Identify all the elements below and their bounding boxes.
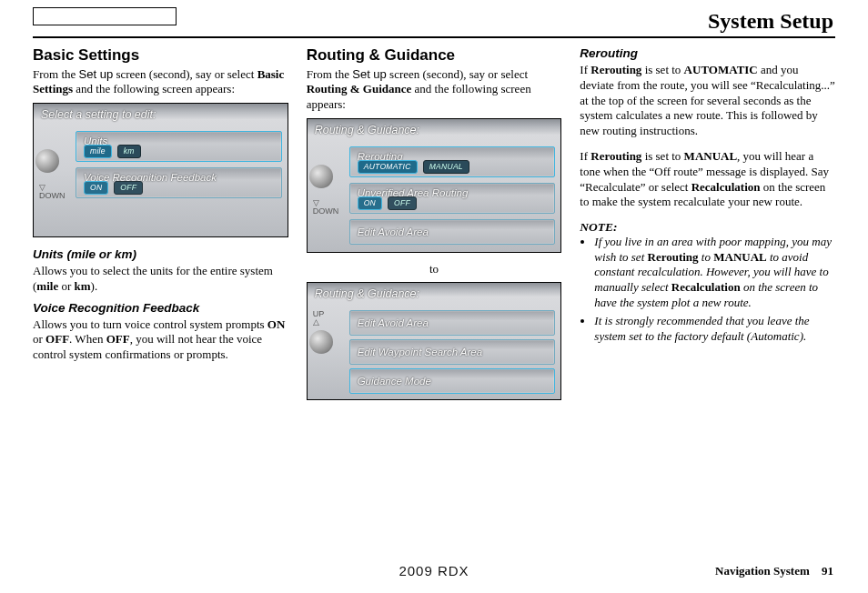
routing-heading: Routing & Guidance <box>307 45 562 65</box>
column-basic-settings: Basic Settings From the Set up screen (s… <box>33 45 288 409</box>
edit-avoid-area-row-2: Edit Avoid Area <box>349 310 556 336</box>
note-list: If you live in an area with poor mapping… <box>580 235 835 344</box>
footer-page-info: Navigation System 91 <box>715 564 833 578</box>
edit-waypoint-row: Edit Waypoint Search Area <box>349 339 556 365</box>
footer-page-number: 91 <box>822 564 833 578</box>
page-title: System Setup <box>708 9 833 34</box>
column-rerouting: Rerouting If Rerouting is set to AUTOMAT… <box>580 45 835 409</box>
unverified-area-row: Unverified Area Routing ON OFF <box>349 183 556 214</box>
column-routing-guidance: Routing & Guidance From the Set up scree… <box>307 45 562 409</box>
screenshot-title: Select a setting to edit: <box>41 107 156 122</box>
note-heading: NOTE: <box>580 219 835 235</box>
dial-icon <box>309 330 333 354</box>
rerouting-subheading: Rerouting <box>580 45 835 61</box>
rerouting-row: Rerouting AUTOMATIC MANUAL <box>349 146 556 177</box>
down-arrow-icon: ▽DOWN <box>39 184 68 200</box>
routing-screenshot-2: Routing & Guidance: UP△ 1 Edit Avoid Are… <box>307 282 562 400</box>
guidance-mode-row: Guidance Mode <box>349 368 556 394</box>
header-empty-box <box>33 7 177 25</box>
note-item-2: It is strongly recommended that you leav… <box>594 314 835 344</box>
voice-off-pill: OFF <box>114 181 143 195</box>
header-rule <box>33 36 835 38</box>
dial-icon <box>35 149 59 173</box>
note-item-1: If you live in an area with poor mapping… <box>594 235 835 310</box>
down-arrow-icon: ▽DOWN <box>313 199 342 216</box>
basic-settings-intro: From the Set up screen (second), say or … <box>33 67 288 97</box>
basic-settings-screenshot: Select a setting to edit: ▽DOWN 1 Units … <box>33 103 288 237</box>
voice-paragraph: Allows you to turn voice control system … <box>33 317 288 363</box>
dial-icon <box>309 165 333 188</box>
edit-avoid-area-row: Edit Avoid Area <box>349 219 556 245</box>
units-row: Units mile km <box>76 131 282 162</box>
rerouting-paragraph-manual: If Rerouting is set to MANUAL, you will … <box>580 149 835 210</box>
units-km-pill: km <box>117 145 141 158</box>
units-mile-pill: mile <box>84 145 112 158</box>
routing-intro: From the Set up screen (second), say or … <box>307 67 562 113</box>
basic-settings-heading: Basic Settings <box>33 45 288 65</box>
routing-screenshot-1: Routing & Guidance: ▽DOWN 1 Rerouting AU… <box>307 118 562 253</box>
voice-feedback-row: Voice Recognition Feedback ON OFF <box>76 167 282 198</box>
rerouting-paragraph-auto: If Rerouting is set to AUTOMATIC and you… <box>580 63 835 138</box>
units-subheading: Units (mile or km) <box>33 246 288 262</box>
screenshot-title: Routing & Guidance: <box>315 286 419 301</box>
voice-on-pill: ON <box>84 181 108 195</box>
up-arrow-icon: UP△ <box>313 310 342 327</box>
screenshot-title: Routing & Guidance: <box>315 123 419 137</box>
content-columns: Basic Settings From the Set up screen (s… <box>33 45 835 409</box>
to-label: to <box>307 262 562 277</box>
units-paragraph: Allows you to select the units for the e… <box>33 264 288 294</box>
footer-section-label: Navigation System <box>715 564 810 578</box>
voice-subheading: Voice Recognition Feedback <box>33 300 288 316</box>
